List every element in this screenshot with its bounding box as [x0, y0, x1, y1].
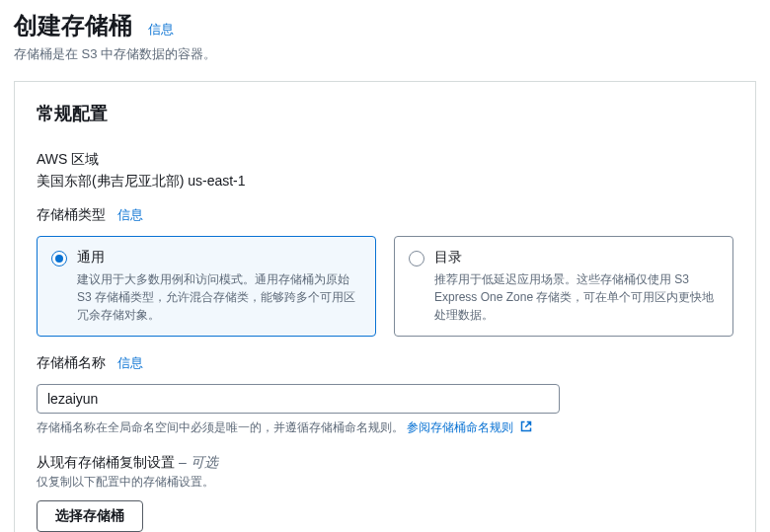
radio-icon — [51, 251, 67, 266]
page-title: 创建存储桶 — [14, 10, 132, 41]
bucket-name-info-link[interactable]: 信息 — [117, 354, 143, 372]
bucket-name-label: 存储桶名称 — [37, 354, 106, 372]
region-label: AWS 区域 — [37, 151, 733, 169]
header-info-link[interactable]: 信息 — [148, 21, 174, 38]
radio-icon — [409, 251, 424, 266]
external-link-icon — [520, 420, 532, 432]
option-desc: 推荐用于低延迟应用场景。这些存储桶仅使用 S3 Express One Zone… — [434, 270, 719, 324]
choose-bucket-button[interactable]: 选择存储桶 — [37, 500, 143, 532]
page-subtitle: 存储桶是在 S3 中存储数据的容器。 — [14, 45, 756, 63]
optional-label: – 可选 — [179, 454, 218, 470]
option-title: 通用 — [77, 249, 361, 266]
copy-settings-subtitle: 仅复制以下配置中的存储桶设置。 — [37, 474, 733, 491]
bucket-name-helper: 存储桶名称在全局命名空间中必须是唯一的，并遵循存储桶命名规则。 — [37, 420, 404, 434]
region-value: 美国东部(弗吉尼亚北部) us-east-1 — [37, 173, 733, 190]
option-desc: 建议用于大多数用例和访问模式。通用存储桶为原始 S3 存储桶类型，允许混合存储类… — [77, 270, 361, 324]
bucket-name-input[interactable] — [37, 384, 560, 414]
general-config-panel: 常规配置 AWS 区域 美国东部(弗吉尼亚北部) us-east-1 存储桶类型… — [14, 81, 756, 532]
copy-settings-label: 从现有存储桶复制设置 — [37, 454, 175, 470]
option-title: 目录 — [434, 249, 719, 266]
bucket-type-option-directory[interactable]: 目录 推荐用于低延迟应用场景。这些存储桶仅使用 S3 Express One Z… — [394, 236, 733, 337]
bucket-naming-rules-link[interactable]: 参阅存储桶命名规则 — [407, 420, 531, 434]
bucket-type-option-general[interactable]: 通用 建议用于大多数用例和访问模式。通用存储桶为原始 S3 存储桶类型，允许混合… — [37, 236, 376, 337]
bucket-type-info-link[interactable]: 信息 — [117, 206, 143, 224]
bucket-type-label: 存储桶类型 — [37, 206, 106, 224]
panel-title: 常规配置 — [37, 102, 733, 125]
